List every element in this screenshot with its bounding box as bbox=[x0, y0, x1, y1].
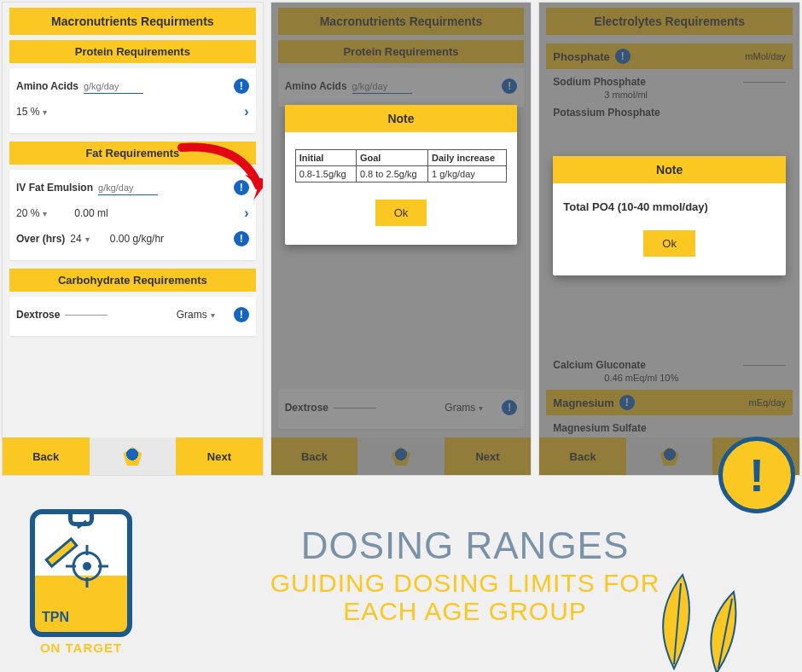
dialog-message: Total PO4 (10-40 mmol/day) bbox=[563, 200, 776, 213]
iv-fat-input[interactable] bbox=[98, 181, 158, 195]
dextrose-label: Dextrose bbox=[16, 309, 60, 321]
bottom-nav: Back Next bbox=[3, 437, 263, 475]
cell-initial: 0.8-1.5g/kg bbox=[295, 166, 356, 182]
screen-2: Macronutrients Requirments Protein Requi… bbox=[270, 2, 532, 476]
logo-text: TPN bbox=[42, 610, 69, 625]
headline-line1: DOSING RANGES bbox=[145, 524, 785, 567]
screen-1: Macronutrients Requirments Protein Requi… bbox=[2, 2, 264, 476]
protein-header: Protein Requirements bbox=[9, 40, 256, 63]
leaves-icon bbox=[640, 566, 759, 672]
carb-card: Dextrose Grams ! bbox=[9, 297, 256, 336]
dextrose-input[interactable] bbox=[65, 315, 108, 316]
carb-header: Carbohydrate Requirements bbox=[9, 269, 256, 292]
over-rate-value: 0.00 g/kg/hr bbox=[110, 233, 164, 245]
ok-button[interactable]: Ok bbox=[375, 200, 427, 226]
info-icon[interactable]: ! bbox=[234, 180, 249, 195]
dosing-table: Initial Goal Daily increase 0.8-1.5g/kg … bbox=[295, 149, 508, 182]
shield-icon bbox=[123, 447, 142, 466]
ok-button[interactable]: Ok bbox=[643, 230, 695, 257]
nav-home-button[interactable] bbox=[90, 437, 177, 475]
over-hrs-dropdown[interactable]: 24 bbox=[70, 233, 89, 245]
target-icon bbox=[66, 545, 108, 588]
dextrose-unit-dropdown[interactable]: Grams bbox=[177, 309, 215, 321]
back-button[interactable]: Back bbox=[3, 437, 90, 475]
col-goal: Goal bbox=[356, 150, 427, 166]
tpn-logo: TPN ON TARGET bbox=[17, 494, 145, 656]
iv-fat-label: IV Fat Emulsion bbox=[16, 182, 93, 194]
info-icon[interactable]: ! bbox=[234, 78, 249, 94]
protein-card: Amino Acids ! 15 % › bbox=[9, 68, 256, 133]
cell-goal: 0.8 to 2.5g/kg bbox=[356, 166, 427, 182]
fat-card: IV Fat Emulsion ! 20 % 0.00 ml › Over (h… bbox=[9, 170, 256, 260]
fat-ml-value: 0.00 ml bbox=[74, 207, 108, 219]
note-dialog: Note Total PO4 (10-40 mmol/day) Ok bbox=[553, 156, 786, 275]
note-dialog: Note Initial Goal Daily increase 0.8-1.5… bbox=[285, 105, 518, 245]
svg-line-1 bbox=[78, 521, 86, 528]
over-hrs-label: Over (hrs) bbox=[16, 233, 65, 245]
amino-acids-label: Amino Acids bbox=[16, 80, 78, 92]
svg-point-3 bbox=[83, 562, 91, 571]
info-icon[interactable]: ! bbox=[234, 307, 249, 322]
amino-pct-dropdown[interactable]: 15 % bbox=[16, 106, 47, 118]
chevron-right-icon[interactable]: › bbox=[244, 206, 248, 221]
dialog-title: Note bbox=[553, 156, 786, 183]
next-button[interactable]: Next bbox=[176, 437, 263, 475]
macronutrients-header: Macronutrients Requirments bbox=[9, 8, 256, 35]
col-initial: Initial bbox=[295, 150, 356, 166]
exclamation-badge-icon: ! bbox=[718, 437, 795, 513]
dialog-title: Note bbox=[285, 105, 518, 132]
logo-subtitle: ON TARGET bbox=[17, 640, 145, 655]
col-daily-increase: Daily increase bbox=[428, 150, 507, 166]
fat-pct-dropdown[interactable]: 20 % bbox=[16, 207, 47, 219]
screenshots-row: Macronutrients Requirments Protein Requi… bbox=[0, 0, 802, 476]
info-icon[interactable]: ! bbox=[234, 231, 249, 246]
chevron-right-icon[interactable]: › bbox=[244, 104, 248, 119]
fat-header: Fat Requirements bbox=[9, 142, 256, 165]
cell-daily: 1 g/kg/day bbox=[428, 166, 507, 182]
amino-acids-input[interactable] bbox=[84, 79, 143, 94]
screen-3: Electrolytes Requirements Phosphate ! mM… bbox=[538, 2, 800, 476]
